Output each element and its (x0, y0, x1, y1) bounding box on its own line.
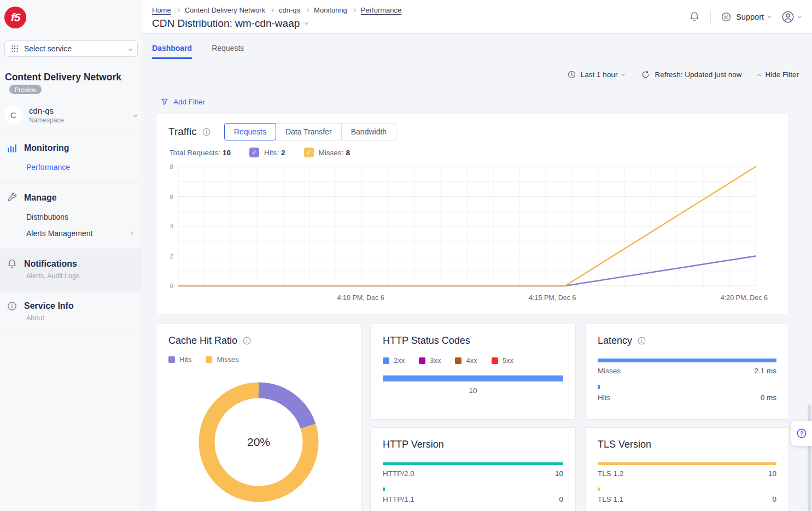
header-divider (710, 10, 711, 24)
legend-item-2xx: 2xx (383, 356, 405, 365)
svg-text:4:15 PM, Dec 6: 4:15 PM, Dec 6 (529, 294, 576, 302)
legend-item-3xx: 3xx (419, 356, 441, 365)
metric-label: Hits (598, 393, 610, 402)
http-version-bar-list: HTTP/2.010HTTP/1.10 (383, 462, 563, 503)
title-chevron-down-icon[interactable] (305, 21, 308, 25)
http-version-title: HTTP Version (383, 439, 563, 450)
performance-label: Performance (26, 163, 70, 172)
chevron-down-icon (133, 113, 137, 117)
svg-text:@: @ (724, 14, 729, 20)
namespace-avatar: C (4, 106, 22, 124)
breadcrumb-namespace[interactable]: cdn-qs (279, 6, 300, 14)
latency-card-header: Latency (598, 335, 776, 346)
svg-text:0: 0 (170, 283, 173, 289)
add-filter-button[interactable]: Add Filter (160, 97, 205, 106)
chevron-right-icon (129, 231, 133, 235)
traffic-card: Traffic Requests Data Transfer Bandwidth… (156, 114, 789, 314)
legend-label: Misses (217, 355, 238, 363)
page-title: CDN Distribution: wm-cdn-waap (152, 17, 300, 30)
bar-list-item-http-2-0: HTTP/2.010 (383, 462, 563, 478)
legend-swatch (168, 356, 175, 363)
metric-label-row: Hits0 ms (598, 393, 776, 402)
status-legend: 2xx3xx4xx5xx (383, 356, 563, 365)
notifications-bell-button[interactable] (688, 11, 700, 23)
time-range-dropdown[interactable]: Last 1 hour (567, 70, 625, 79)
help-button[interactable]: ? (791, 421, 812, 446)
legend-swatch (492, 357, 498, 364)
bell-icon (7, 259, 17, 269)
funnel-icon (160, 97, 169, 106)
metric-bar[interactable] (598, 385, 600, 389)
latency-bar-list: Misses2.1 msHits0 ms (598, 359, 776, 402)
info-icon[interactable] (242, 336, 252, 345)
info-icon[interactable] (637, 336, 646, 345)
metric-bar[interactable] (598, 359, 776, 362)
misses-checkbox[interactable]: ✓ (304, 148, 314, 157)
metric-bar[interactable] (383, 487, 385, 491)
sidebar-section-manage: Manage Distributions Alerts Management (0, 183, 142, 249)
cache-card-header: Cache Hit Ratio (168, 335, 349, 346)
metric-bar[interactable] (598, 462, 776, 465)
misses-stat: ✓ Misses: 8 (304, 148, 350, 157)
tab-dashboard[interactable]: Dashboard (152, 44, 192, 59)
svg-text:4: 4 (170, 223, 174, 230)
sidebar-item-distributions[interactable]: Distributions (26, 213, 137, 221)
status-bar-2xx[interactable] (383, 375, 563, 381)
breadcrumb-cdn[interactable]: Content Delivery Network (185, 6, 265, 14)
sidebar-item-monitoring[interactable]: Monitoring (7, 143, 137, 154)
support-menu[interactable]: @ Support (721, 11, 771, 22)
f5-logo[interactable]: f5 (4, 7, 26, 28)
namespace-type: Namespace (29, 116, 127, 124)
traffic-line-chart[interactable]: 024684:10 PM, Dec 64:15 PM, Dec 64:20 PM… (164, 162, 782, 307)
metric-label: Misses (598, 367, 621, 375)
svg-text:?: ? (800, 431, 803, 437)
logo-wrap: f5 (0, 0, 142, 28)
sidebar-item-performance[interactable]: Performance (26, 163, 137, 172)
account-menu[interactable] (781, 10, 801, 24)
bar-list-item-hits: Hits0 ms (598, 385, 776, 402)
metric-label: HTTP/1.1 (383, 495, 414, 503)
sidebar-item-notifications[interactable]: Notifications (7, 259, 137, 269)
breadcrumb-separator-icon (176, 8, 180, 12)
notifications-caption: Alerts, Audit Logs (26, 272, 137, 280)
hide-filter-button[interactable]: Hide Filter (758, 71, 799, 79)
traffic-view-requests[interactable]: Requests (224, 123, 276, 140)
traffic-view-data-transfer[interactable]: Data Transfer (276, 123, 342, 140)
metric-label: HTTP/2.0 (383, 469, 414, 478)
top-header: Home Content Delivery Network cdn-qs Mon… (142, 0, 812, 34)
breadcrumb-separator-icon (352, 8, 356, 12)
traffic-title: Traffic (168, 126, 197, 138)
sidebar-item-manage[interactable]: Manage (7, 192, 137, 203)
metric-bar[interactable] (598, 487, 600, 491)
traffic-view-bandwidth[interactable]: Bandwidth (341, 123, 396, 140)
namespace-selector[interactable]: C cdn-qs Namespace (4, 106, 137, 133)
metric-label: TLS 1.1 (598, 495, 623, 503)
preview-badge: Preview (9, 85, 42, 94)
hits-checkbox[interactable]: ✓ (249, 148, 259, 157)
metric-label-row: HTTP/1.10 (383, 495, 563, 503)
sidebar-item-service-info[interactable]: Service Info (7, 301, 137, 312)
breadcrumb-monitoring[interactable]: Monitoring (314, 6, 347, 14)
metric-value: 0 (559, 495, 563, 503)
info-icon[interactable] (202, 127, 211, 137)
legend-label: 2xx (394, 356, 405, 365)
select-service-dropdown[interactable]: Select service (4, 40, 138, 57)
total-requests-stat: Total Requests: 10 (170, 149, 231, 157)
svg-text:4:20 PM, Dec 6: 4:20 PM, Dec 6 (721, 294, 768, 302)
breadcrumb-home[interactable]: Home (152, 6, 171, 14)
metric-bar[interactable] (383, 462, 563, 465)
latency-card: Latency Misses2.1 msHits0 ms (585, 324, 789, 420)
support-label: Support (736, 13, 764, 21)
service-info-label: Service Info (24, 301, 74, 311)
chevron-down-icon (798, 14, 802, 18)
refresh-icon (641, 70, 650, 79)
tab-requests[interactable]: Requests (212, 44, 244, 59)
metric-value: 10 (555, 469, 563, 478)
sidebar-item-alerts-management[interactable]: Alerts Management (26, 229, 137, 238)
breadcrumb-performance[interactable]: Performance (361, 6, 401, 14)
refresh-button[interactable]: Refresh: Updated just now (641, 70, 741, 79)
status-bar-value: 10 (383, 386, 563, 395)
misses-value: 8 (346, 149, 350, 157)
support-at-icon: @ (721, 11, 732, 22)
manage-label: Manage (24, 193, 57, 203)
